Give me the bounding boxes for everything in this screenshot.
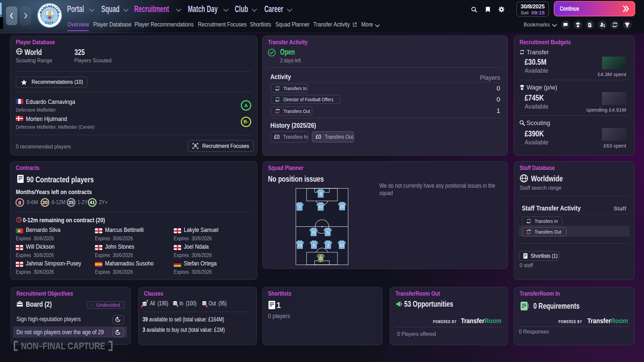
svg-text:24: 24 [298, 243, 303, 248]
svg-text:82: 82 [339, 243, 344, 248]
svg-text:9: 9 [319, 191, 322, 196]
svg-text:94: 94 [57, 15, 60, 17]
svg-text:18: 18 [40, 15, 42, 17]
svg-text:20: 20 [340, 204, 344, 209]
svg-text:6: 6 [313, 243, 315, 248]
svg-text:7: 7 [298, 204, 301, 209]
svg-text:5: 5 [326, 230, 329, 235]
svg-text:3: 3 [327, 243, 329, 248]
svg-text:47: 47 [318, 204, 323, 209]
svg-text:25: 25 [318, 256, 323, 261]
svg-text:16: 16 [311, 230, 316, 235]
